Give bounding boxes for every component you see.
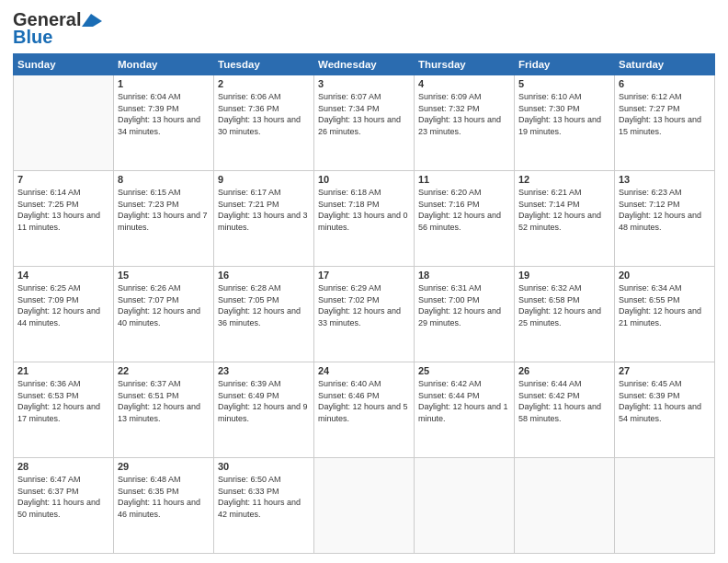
day-number: 4 xyxy=(418,78,510,89)
day-cell: 21 Sunrise: 6:36 AM Sunset: 6:53 PM Dayl… xyxy=(14,362,114,458)
calendar-table: SundayMondayTuesdayWednesdayThursdayFrid… xyxy=(13,53,715,554)
day-info: Sunrise: 6:25 AM Sunset: 7:09 PM Dayligh… xyxy=(17,282,109,328)
day-cell: 15 Sunrise: 6:26 AM Sunset: 7:07 PM Dayl… xyxy=(114,267,214,362)
week-row-2: 7 Sunrise: 6:14 AM Sunset: 7:25 PM Dayli… xyxy=(14,171,715,267)
day-cell: 22 Sunrise: 6:37 AM Sunset: 6:51 PM Dayl… xyxy=(114,362,214,458)
day-cell: 12 Sunrise: 6:21 AM Sunset: 7:14 PM Dayl… xyxy=(515,171,615,267)
day-cell: 28 Sunrise: 6:47 AM Sunset: 6:37 PM Dayl… xyxy=(14,458,114,554)
day-number: 5 xyxy=(518,78,610,89)
day-number: 2 xyxy=(218,78,310,89)
weekday-header-thursday: Thursday xyxy=(415,54,515,75)
day-info: Sunrise: 6:21 AM Sunset: 7:14 PM Dayligh… xyxy=(518,187,610,233)
day-info: Sunrise: 6:04 AM Sunset: 7:39 PM Dayligh… xyxy=(118,91,210,137)
weekday-header-wednesday: Wednesday xyxy=(314,54,415,75)
logo: General Blue xyxy=(13,9,102,48)
day-info: Sunrise: 6:29 AM Sunset: 7:02 PM Dayligh… xyxy=(318,282,410,328)
weekday-header-monday: Monday xyxy=(114,54,214,75)
day-number: 21 xyxy=(17,365,109,376)
day-number: 27 xyxy=(619,365,711,376)
day-cell: 6 Sunrise: 6:12 AM Sunset: 7:27 PM Dayli… xyxy=(615,75,715,171)
week-row-4: 21 Sunrise: 6:36 AM Sunset: 6:53 PM Dayl… xyxy=(14,362,715,458)
header: General Blue xyxy=(13,9,715,48)
day-cell: 25 Sunrise: 6:42 AM Sunset: 6:44 PM Dayl… xyxy=(415,362,515,458)
weekday-header-row: SundayMondayTuesdayWednesdayThursdayFrid… xyxy=(14,54,715,75)
day-number: 19 xyxy=(518,270,610,281)
day-cell: 2 Sunrise: 6:06 AM Sunset: 7:36 PM Dayli… xyxy=(214,75,314,171)
day-info: Sunrise: 6:28 AM Sunset: 7:05 PM Dayligh… xyxy=(218,282,310,328)
day-cell: 18 Sunrise: 6:31 AM Sunset: 7:00 PM Dayl… xyxy=(415,267,515,362)
day-info: Sunrise: 6:18 AM Sunset: 7:18 PM Dayligh… xyxy=(318,187,410,233)
day-number: 7 xyxy=(17,174,109,185)
day-info: Sunrise: 6:09 AM Sunset: 7:32 PM Dayligh… xyxy=(418,91,510,137)
day-info: Sunrise: 6:12 AM Sunset: 7:27 PM Dayligh… xyxy=(619,91,711,137)
page: General Blue SundayMondayTuesdayWednesda… xyxy=(0,0,728,563)
day-number: 29 xyxy=(118,461,210,472)
day-number: 3 xyxy=(318,78,410,89)
day-number: 1 xyxy=(118,78,210,89)
day-cell xyxy=(415,458,515,554)
day-info: Sunrise: 6:20 AM Sunset: 7:16 PM Dayligh… xyxy=(418,187,510,233)
day-info: Sunrise: 6:42 AM Sunset: 6:44 PM Dayligh… xyxy=(418,378,510,424)
day-info: Sunrise: 6:36 AM Sunset: 6:53 PM Dayligh… xyxy=(17,378,109,424)
day-cell: 3 Sunrise: 6:07 AM Sunset: 7:34 PM Dayli… xyxy=(314,75,415,171)
day-number: 15 xyxy=(118,270,210,281)
day-info: Sunrise: 6:44 AM Sunset: 6:42 PM Dayligh… xyxy=(518,378,610,424)
day-number: 17 xyxy=(318,270,410,281)
day-cell: 14 Sunrise: 6:25 AM Sunset: 7:09 PM Dayl… xyxy=(14,267,114,362)
day-info: Sunrise: 6:40 AM Sunset: 6:46 PM Dayligh… xyxy=(318,378,410,424)
day-cell xyxy=(515,458,615,554)
day-cell: 7 Sunrise: 6:14 AM Sunset: 7:25 PM Dayli… xyxy=(14,171,114,267)
day-number: 18 xyxy=(418,270,510,281)
day-cell xyxy=(314,458,415,554)
weekday-header-saturday: Saturday xyxy=(615,54,715,75)
weekday-header-friday: Friday xyxy=(515,54,615,75)
day-cell: 26 Sunrise: 6:44 AM Sunset: 6:42 PM Dayl… xyxy=(515,362,615,458)
day-info: Sunrise: 6:39 AM Sunset: 6:49 PM Dayligh… xyxy=(218,378,310,424)
day-number: 22 xyxy=(118,365,210,376)
day-cell: 1 Sunrise: 6:04 AM Sunset: 7:39 PM Dayli… xyxy=(114,75,214,171)
day-number: 9 xyxy=(218,174,310,185)
day-cell xyxy=(14,75,114,171)
day-info: Sunrise: 6:31 AM Sunset: 7:00 PM Dayligh… xyxy=(418,282,510,328)
day-number: 28 xyxy=(17,461,109,472)
day-cell: 11 Sunrise: 6:20 AM Sunset: 7:16 PM Dayl… xyxy=(415,171,515,267)
day-cell: 8 Sunrise: 6:15 AM Sunset: 7:23 PM Dayli… xyxy=(114,171,214,267)
day-number: 24 xyxy=(318,365,410,376)
day-cell: 19 Sunrise: 6:32 AM Sunset: 6:58 PM Dayl… xyxy=(515,267,615,362)
day-cell: 20 Sunrise: 6:34 AM Sunset: 6:55 PM Dayl… xyxy=(615,267,715,362)
day-info: Sunrise: 6:10 AM Sunset: 7:30 PM Dayligh… xyxy=(518,91,610,137)
day-number: 30 xyxy=(218,461,310,472)
logo-blue: Blue xyxy=(13,27,52,48)
day-info: Sunrise: 6:06 AM Sunset: 7:36 PM Dayligh… xyxy=(218,91,310,137)
day-info: Sunrise: 6:45 AM Sunset: 6:39 PM Dayligh… xyxy=(619,378,711,424)
day-cell xyxy=(615,458,715,554)
day-number: 16 xyxy=(218,270,310,281)
day-cell: 13 Sunrise: 6:23 AM Sunset: 7:12 PM Dayl… xyxy=(615,171,715,267)
day-number: 8 xyxy=(118,174,210,185)
weekday-header-sunday: Sunday xyxy=(14,54,114,75)
day-number: 25 xyxy=(418,365,510,376)
day-cell: 5 Sunrise: 6:10 AM Sunset: 7:30 PM Dayli… xyxy=(515,75,615,171)
day-info: Sunrise: 6:32 AM Sunset: 6:58 PM Dayligh… xyxy=(518,282,610,328)
day-cell: 10 Sunrise: 6:18 AM Sunset: 7:18 PM Dayl… xyxy=(314,171,415,267)
day-cell: 9 Sunrise: 6:17 AM Sunset: 7:21 PM Dayli… xyxy=(214,171,314,267)
day-number: 12 xyxy=(518,174,610,185)
day-info: Sunrise: 6:23 AM Sunset: 7:12 PM Dayligh… xyxy=(619,187,711,233)
day-cell: 17 Sunrise: 6:29 AM Sunset: 7:02 PM Dayl… xyxy=(314,267,415,362)
day-cell: 4 Sunrise: 6:09 AM Sunset: 7:32 PM Dayli… xyxy=(415,75,515,171)
day-info: Sunrise: 6:48 AM Sunset: 6:35 PM Dayligh… xyxy=(118,474,210,520)
day-info: Sunrise: 6:07 AM Sunset: 7:34 PM Dayligh… xyxy=(318,91,410,137)
day-info: Sunrise: 6:14 AM Sunset: 7:25 PM Dayligh… xyxy=(17,187,109,233)
day-number: 13 xyxy=(619,174,711,185)
day-cell: 30 Sunrise: 6:50 AM Sunset: 6:33 PM Dayl… xyxy=(214,458,314,554)
day-info: Sunrise: 6:26 AM Sunset: 7:07 PM Dayligh… xyxy=(118,282,210,328)
week-row-5: 28 Sunrise: 6:47 AM Sunset: 6:37 PM Dayl… xyxy=(14,458,715,554)
day-info: Sunrise: 6:34 AM Sunset: 6:55 PM Dayligh… xyxy=(619,282,711,328)
day-number: 26 xyxy=(518,365,610,376)
day-cell: 27 Sunrise: 6:45 AM Sunset: 6:39 PM Dayl… xyxy=(615,362,715,458)
week-row-3: 14 Sunrise: 6:25 AM Sunset: 7:09 PM Dayl… xyxy=(14,267,715,362)
day-info: Sunrise: 6:17 AM Sunset: 7:21 PM Dayligh… xyxy=(218,187,310,233)
day-number: 20 xyxy=(619,270,711,281)
day-info: Sunrise: 6:15 AM Sunset: 7:23 PM Dayligh… xyxy=(118,187,210,233)
day-cell: 24 Sunrise: 6:40 AM Sunset: 6:46 PM Dayl… xyxy=(314,362,415,458)
